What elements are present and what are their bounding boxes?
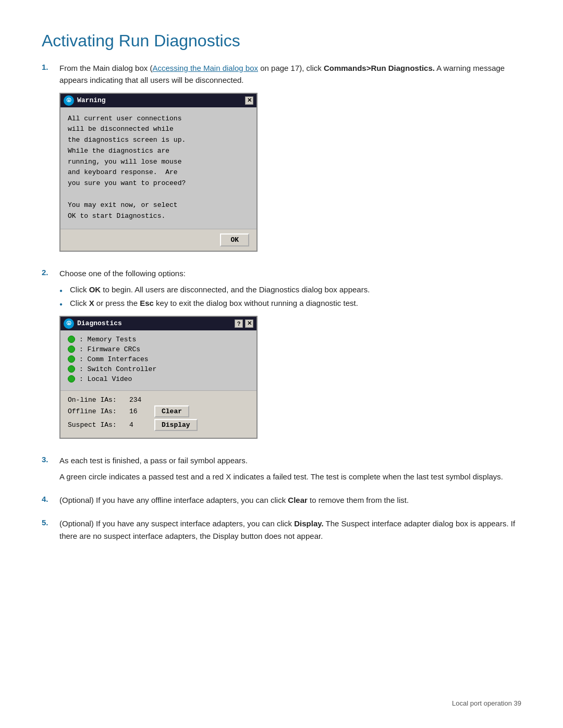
stats-online-value: 234 <box>129 396 150 404</box>
warning-ok-button[interactable]: OK <box>220 233 249 246</box>
diag-item-comm: : Comm Interfaces <box>68 355 249 363</box>
diag-titlebar-buttons: ? ✕ <box>235 319 253 328</box>
sub-bullet-2: ● <box>59 300 66 308</box>
diag-circle-switch <box>68 365 75 373</box>
warning-line-3: the diagnostics screen is up. <box>68 135 249 146</box>
warning-titlebar: ⦿ Warning ✕ <box>60 94 256 107</box>
stats-suspect-value: 4 <box>129 421 150 429</box>
warning-line-6: and keyboard response. Are <box>68 167 249 178</box>
step-4-text: (Optional) If you have any offline inter… <box>59 494 521 506</box>
step-5: 5. (Optional) If you have any suspect in… <box>42 517 521 546</box>
step-2-subitems: ● Click OK to begin. All users are disco… <box>59 284 521 310</box>
page-title: Activating Run Diagnostics <box>42 31 521 51</box>
diagnostics-titlebar: ⦿ Diagnostics ? ✕ <box>60 317 256 330</box>
step-4-content: (Optional) If you have any offline inter… <box>59 494 521 510</box>
warning-body: All current user connections will be dis… <box>60 107 256 229</box>
diagnostics-close-button[interactable]: ✕ <box>245 319 253 328</box>
step-3-num: 3. <box>42 454 53 464</box>
warning-footer: OK <box>60 229 256 251</box>
diag-item-video: : Local Video <box>68 375 249 383</box>
warning-dialog: ⦿ Warning ✕ All current user connections… <box>59 93 258 252</box>
step-5-content: (Optional) If you have any suspect inter… <box>59 517 521 546</box>
stats-online: On-line IAs: 234 <box>68 396 249 404</box>
display-button[interactable]: Display <box>154 419 198 431</box>
step-1-text: From the Main dialog box (Accessing the … <box>59 62 521 87</box>
step-3-sub: A green circle indicates a passed test a… <box>59 471 521 483</box>
stats-online-label: On-line IAs: <box>68 396 125 404</box>
diag-item-memory: : Memory Tests <box>68 336 249 343</box>
warning-line-8: You may exit now, or select <box>68 200 249 211</box>
step-1: 1. From the Main dialog box (Accessing t… <box>42 62 521 260</box>
warning-line-9: OK to start Diagnostics. <box>68 211 249 222</box>
diag-item-firmware: : Firmware CRCs <box>68 346 249 353</box>
clear-button[interactable]: Clear <box>154 405 189 417</box>
warning-line-5: running, you will lose mouse <box>68 157 249 168</box>
diagnostics-footer: On-line IAs: 234 Offline IAs: 16 Clear S… <box>60 390 256 438</box>
warning-line-7: you sure you want to proceed? <box>68 178 249 189</box>
diagnostics-dialog: ⦿ Diagnostics ? ✕ : Memory Tests <box>59 316 258 439</box>
warning-titlebar-left: ⦿ Warning <box>64 95 106 106</box>
hp-logo-diag: ⦿ <box>64 318 74 329</box>
sub-bullet-1: ● <box>59 287 66 294</box>
diag-circle-firmware <box>68 346 75 353</box>
warning-line-1: All current user connections <box>68 114 249 125</box>
step-4-num: 4. <box>42 494 53 503</box>
diagnostics-titlebar-left: ⦿ Diagnostics <box>64 318 122 329</box>
diag-label-memory: : Memory Tests <box>79 336 136 343</box>
stats-offline-value: 16 <box>129 408 150 415</box>
page-footer: Local port operation 39 <box>452 699 521 707</box>
sub-item-esc: ● Click X or press the Esc key to exit t… <box>59 298 521 310</box>
warning-line-4: While the diagnostics are <box>68 146 249 157</box>
step-1-content: From the Main dialog box (Accessing the … <box>59 62 521 260</box>
step-2: 2. Choose one of the following options: … <box>42 267 521 447</box>
diag-circle-video <box>68 375 75 382</box>
step-4: 4. (Optional) If you have any offline in… <box>42 494 521 510</box>
step-5-text: (Optional) If you have any suspect inter… <box>59 517 521 542</box>
diag-circle-comm <box>68 355 75 363</box>
diag-label-comm: : Comm Interfaces <box>79 355 149 363</box>
stats-offline-label: Offline IAs: <box>68 408 125 415</box>
sub-item-esc-text: Click X or press the Esc key to exit the… <box>70 298 358 310</box>
sub-item-ok-text: Click OK to begin. All users are disconn… <box>70 284 370 296</box>
warning-line-2: will be disconnected while <box>68 124 249 135</box>
stats-offline: Offline IAs: 16 Clear <box>68 405 249 417</box>
step-2-text: Choose one of the following options: <box>59 267 521 279</box>
diagnostics-stats: On-line IAs: 234 Offline IAs: 16 Clear S… <box>68 396 249 431</box>
warning-close-button[interactable]: ✕ <box>245 96 253 105</box>
step-3-content: As each test is finished, a pass or fail… <box>59 454 521 487</box>
hp-logo-warning: ⦿ <box>64 95 74 106</box>
main-dialog-link[interactable]: Accessing the Main dialog box <box>152 64 258 72</box>
diagnostics-help-button[interactable]: ? <box>235 319 243 328</box>
step-3-text: As each test is finished, a pass or fail… <box>59 454 521 466</box>
diag-label-video: : Local Video <box>79 375 132 383</box>
sub-item-ok: ● Click OK to begin. All users are disco… <box>59 284 521 296</box>
step-2-num: 2. <box>42 267 53 277</box>
diag-item-switch: : Switch Controller <box>68 365 249 373</box>
diag-label-firmware: : Firmware CRCs <box>79 346 140 353</box>
diagnostics-body: : Memory Tests : Firmware CRCs : Comm In… <box>60 330 256 390</box>
steps-list: 1. From the Main dialog box (Accessing t… <box>42 62 521 546</box>
step-5-num: 5. <box>42 517 53 527</box>
step-1-num: 1. <box>42 62 53 71</box>
warning-title: Warning <box>77 96 106 104</box>
step-3: 3. As each test is finished, a pass or f… <box>42 454 521 487</box>
stats-suspect-label: Suspect IAs: <box>68 421 125 429</box>
diag-label-switch: : Switch Controller <box>79 365 156 373</box>
stats-suspect: Suspect IAs: 4 Display <box>68 419 249 431</box>
step-2-content: Choose one of the following options: ● C… <box>59 267 521 447</box>
diagnostics-title: Diagnostics <box>77 319 122 327</box>
diag-circle-memory <box>68 336 75 343</box>
